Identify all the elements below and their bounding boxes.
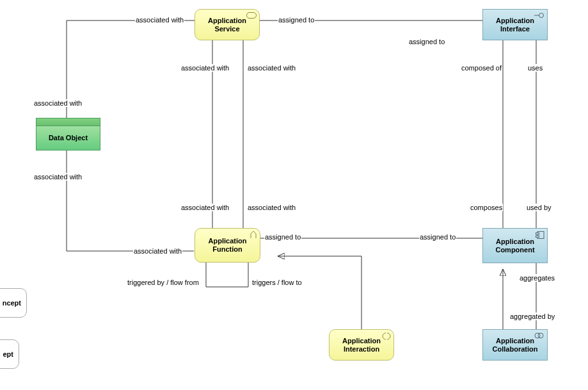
node-application-interaction[interactable]: ApplicationInteraction: [329, 329, 394, 361]
edge-label: assigned to: [264, 233, 301, 241]
edge-label: associated with: [247, 64, 296, 72]
node-concept-2[interactable]: ept: [0, 339, 19, 369]
component-icon: [536, 231, 544, 241]
edge-label: uses: [527, 64, 543, 72]
node-data-object[interactable]: Data Object: [36, 126, 100, 150]
svg-point-2: [539, 13, 544, 18]
edge-label: aggregates: [519, 274, 555, 282]
edge-label: associated with: [33, 99, 83, 107]
node-application-interface[interactable]: ApplicationInterface: [482, 9, 548, 40]
node-concept-1[interactable]: ncept: [0, 288, 27, 318]
collaboration-icon: [534, 332, 544, 341]
node-application-service[interactable]: ApplicationService: [195, 9, 260, 40]
svg-rect-0: [247, 13, 257, 19]
svg-rect-4: [536, 233, 539, 235]
edge-label: composes: [470, 204, 503, 211]
edge-label: associated with: [180, 64, 230, 72]
edge-label: triggered by / flow from: [127, 279, 200, 286]
node-label: ApplicationInterface: [496, 17, 534, 33]
node-label: ApplicationCollaboration: [493, 337, 538, 353]
node-label: ApplicationService: [208, 17, 246, 33]
node-label: ncept: [3, 299, 21, 307]
edge-label: associated with: [135, 16, 184, 24]
node-label: ApplicationFunction: [209, 237, 247, 253]
edge-label: assigned to: [408, 38, 445, 45]
edge-label: associated with: [247, 204, 296, 211]
node-label: ApplicationInteraction: [342, 337, 381, 353]
edge-label: associated with: [180, 204, 230, 211]
node-label: ApplicationComponent: [495, 238, 534, 254]
edge-label: assigned to: [419, 233, 456, 241]
interface-icon: [534, 12, 544, 20]
interaction-icon: [382, 332, 391, 342]
edge-label: associated with: [133, 247, 182, 255]
node-application-component[interactable]: ApplicationComponent: [482, 228, 548, 263]
edge-label: triggers / flow to: [251, 279, 303, 286]
edge-label: used by: [526, 204, 552, 211]
node-label: ept: [3, 350, 14, 359]
edge-label: assigned to: [278, 16, 315, 24]
edge-label: composed of: [461, 64, 502, 72]
svg-rect-5: [536, 236, 539, 238]
function-icon: [250, 231, 257, 241]
service-icon: [246, 12, 257, 20]
svg-point-7: [538, 333, 543, 338]
node-label: Data Object: [49, 134, 88, 142]
edge-label: aggregated by: [509, 313, 555, 320]
node-application-function[interactable]: ApplicationFunction: [195, 228, 260, 263]
edge-label: associated with: [33, 173, 83, 181]
node-application-collaboration[interactable]: ApplicationCollaboration: [482, 329, 548, 361]
